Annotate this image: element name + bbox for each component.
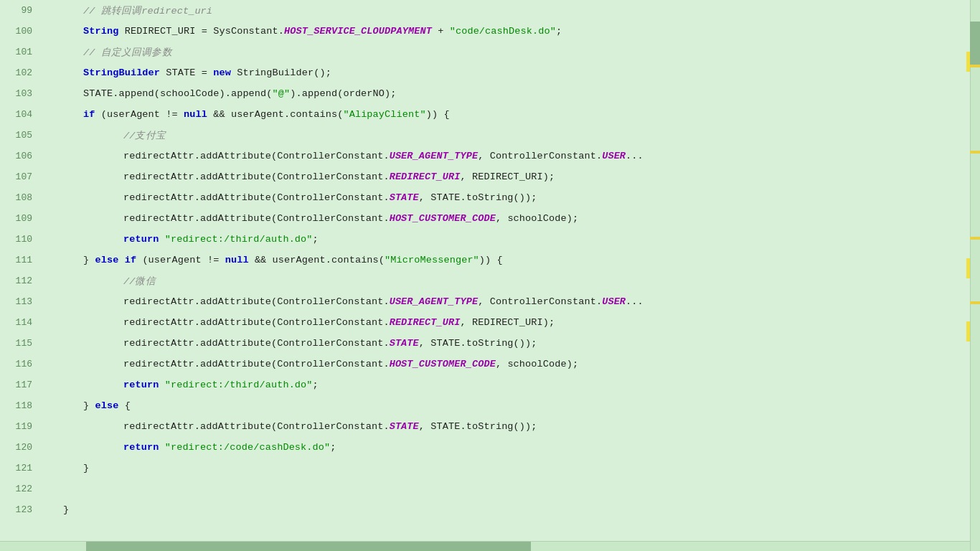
line-change-marker bbox=[966, 52, 970, 72]
token-plain: } bbox=[83, 463, 89, 474]
token-plain: ... bbox=[626, 296, 644, 307]
token-str: "AlipayClient" bbox=[343, 109, 425, 120]
token-plain: } bbox=[83, 255, 95, 265]
token-kw: StringBuilder bbox=[83, 67, 160, 78]
token-plain: } bbox=[63, 504, 69, 515]
line-number: 116 bbox=[0, 359, 39, 369]
horizontal-scrollbar[interactable] bbox=[0, 541, 970, 551]
line-content: // 跳转回调redirect_uri bbox=[39, 4, 980, 17]
token-plain: ; bbox=[556, 26, 562, 37]
token-const-italic: HOST_CUSTOMER_CODE bbox=[390, 359, 496, 369]
token-comment: // 自定义回调参数 bbox=[83, 47, 172, 58]
line-content: return "redirect:/third/auth.do"; bbox=[39, 234, 980, 245]
code-line: 103STATE.append(schoolCode).append("@").… bbox=[0, 83, 980, 104]
line-number: 108 bbox=[0, 192, 39, 203]
code-line: 104if (userAgent != null && userAgent.co… bbox=[0, 104, 980, 125]
line-number: 118 bbox=[0, 400, 39, 411]
line-content: if (userAgent != null && userAgent.conta… bbox=[39, 109, 980, 120]
token-plain: && userAgent.contains( bbox=[249, 255, 385, 265]
line-number: 109 bbox=[0, 213, 39, 224]
line-number: 100 bbox=[0, 26, 39, 37]
line-number: 105 bbox=[0, 130, 39, 141]
token-const-italic: STATE bbox=[390, 338, 419, 349]
line-content: redirectAttr.addAttribute(ControllerCons… bbox=[39, 296, 980, 307]
code-line: 108redirectAttr.addAttribute(ControllerC… bbox=[0, 187, 980, 208]
token-str: "redirect:/code/cashDesk.do" bbox=[165, 442, 331, 453]
line-content: String REDIRECT_URI = SysConstant.HOST_S… bbox=[39, 26, 980, 37]
token-const-italic: REDIRECT_URI bbox=[390, 171, 461, 182]
line-content: redirectAttr.addAttribute(ControllerCons… bbox=[39, 421, 980, 432]
token-const-italic: HOST_SERVICE_CLOUDPAYMENT bbox=[284, 26, 432, 37]
token-plain: (userAgent != bbox=[136, 255, 225, 265]
line-number: 102 bbox=[0, 67, 39, 78]
code-line: 112//微信 bbox=[0, 270, 980, 291]
token-plain: (userAgent != bbox=[95, 109, 184, 120]
token-kw: new bbox=[213, 67, 231, 78]
token-plain: STATE = bbox=[160, 67, 213, 78]
token-const-italic: STATE bbox=[390, 192, 419, 203]
token-str: "MicroMessenger" bbox=[385, 255, 479, 265]
code-line: 115redirectAttr.addAttribute(ControllerC… bbox=[0, 333, 980, 354]
token-plain: ; bbox=[330, 442, 336, 453]
token-comment-cn: //微信 bbox=[123, 276, 156, 287]
token-plain bbox=[159, 380, 164, 390]
code-line: 111} else if (userAgent != null && userA… bbox=[0, 250, 980, 270]
token-const-italic: USER bbox=[602, 151, 626, 161]
code-line: 119redirectAttr.addAttribute(ControllerC… bbox=[0, 416, 980, 437]
line-number: 112 bbox=[0, 276, 39, 286]
token-plain bbox=[159, 442, 164, 453]
token-plain: , schoolCode); bbox=[496, 213, 578, 224]
code-editor: 99// 跳转回调redirect_uri100String REDIRECT_… bbox=[0, 0, 980, 551]
line-number: 101 bbox=[0, 47, 39, 57]
token-plain: , REDIRECT_URI); bbox=[460, 171, 555, 182]
token-kw: if bbox=[83, 109, 95, 120]
scroll-marker bbox=[970, 151, 980, 154]
line-content: } else { bbox=[39, 400, 980, 411]
scrollbar-thumb[interactable] bbox=[970, 22, 980, 65]
line-change-marker bbox=[966, 321, 970, 342]
line-content: // 自定义回调参数 bbox=[39, 46, 980, 59]
line-content: redirectAttr.addAttribute(ControllerCons… bbox=[39, 317, 980, 328]
line-content: redirectAttr.addAttribute(ControllerCons… bbox=[39, 192, 980, 203]
line-number: 113 bbox=[0, 296, 39, 307]
line-content: redirectAttr.addAttribute(ControllerCons… bbox=[39, 359, 980, 369]
token-plain: ).append(orderNO); bbox=[290, 88, 396, 99]
token-comment-cn: //支付宝 bbox=[123, 131, 166, 141]
line-content: //微信 bbox=[39, 275, 980, 288]
token-kw: return bbox=[123, 234, 159, 245]
token-plain: && userAgent.contains( bbox=[207, 109, 343, 120]
token-plain: redirectAttr.addAttribute(ControllerCons… bbox=[123, 359, 390, 369]
token-kw: return bbox=[123, 442, 159, 453]
token-plain: redirectAttr.addAttribute(ControllerCons… bbox=[123, 213, 390, 224]
line-content: redirectAttr.addAttribute(ControllerCons… bbox=[39, 171, 980, 182]
code-line: 116redirectAttr.addAttribute(ControllerC… bbox=[0, 354, 980, 375]
code-line: 114redirectAttr.addAttribute(ControllerC… bbox=[0, 312, 980, 333]
hscroll-thumb[interactable] bbox=[86, 542, 531, 551]
code-line: 105//支付宝 bbox=[0, 125, 980, 146]
line-number: 104 bbox=[0, 109, 39, 120]
code-line: 123} bbox=[0, 499, 980, 520]
token-kw: else if bbox=[95, 255, 136, 265]
token-const-italic: USER bbox=[602, 296, 626, 307]
token-plain: redirectAttr.addAttribute(ControllerCons… bbox=[123, 192, 390, 203]
token-kw: String bbox=[83, 26, 118, 37]
token-str: "redirect:/third/auth.do" bbox=[165, 234, 313, 245]
token-plain: , schoolCode); bbox=[496, 359, 578, 369]
line-content: redirectAttr.addAttribute(ControllerCons… bbox=[39, 338, 980, 349]
token-const-italic: HOST_CUSTOMER_CODE bbox=[390, 213, 496, 224]
token-plain: } bbox=[83, 400, 95, 411]
code-line: 109redirectAttr.addAttribute(ControllerC… bbox=[0, 208, 980, 229]
vertical-scrollbar[interactable] bbox=[970, 0, 980, 551]
line-content: } bbox=[39, 463, 980, 474]
token-str: "code/cashDesk.do" bbox=[450, 26, 556, 37]
line-number: 110 bbox=[0, 234, 39, 245]
code-line: 117return "redirect:/third/auth.do"; bbox=[0, 375, 980, 395]
token-plain: , STATE.toString()); bbox=[419, 421, 537, 432]
token-plain: )) { bbox=[479, 255, 503, 265]
token-plain: StringBuilder(); bbox=[231, 67, 331, 78]
line-content: StringBuilder STATE = new StringBuilder(… bbox=[39, 67, 980, 78]
line-number: 122 bbox=[0, 484, 39, 494]
token-const-italic: STATE bbox=[390, 421, 419, 432]
token-kw: null bbox=[225, 255, 249, 265]
line-number: 99 bbox=[0, 5, 39, 16]
